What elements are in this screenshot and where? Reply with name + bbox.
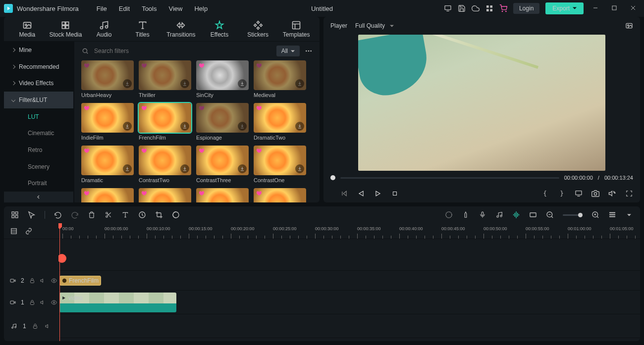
export-button[interactable]: Export (545, 2, 584, 14)
search-input[interactable] (94, 48, 271, 54)
download-icon[interactable] (295, 79, 304, 88)
menu-file[interactable]: File (91, 3, 113, 14)
zoom-out-icon[interactable] (546, 211, 554, 219)
preset-item[interactable]: FrenchFilm (139, 103, 191, 141)
preview-viewport[interactable] (358, 35, 605, 171)
play-backward-icon[interactable] (357, 190, 365, 197)
display-icon[interactable] (575, 190, 583, 197)
split-icon[interactable] (105, 211, 112, 219)
filter-dropdown[interactable]: All (276, 46, 300, 56)
preset-item[interactable] (81, 188, 134, 202)
aspect-icon[interactable] (529, 211, 537, 219)
save-icon[interactable] (458, 4, 466, 12)
delete-icon[interactable] (88, 211, 96, 219)
text-icon[interactable] (121, 211, 129, 219)
layout-icon[interactable] (11, 211, 19, 219)
preset-item[interactable]: ContrastThree (196, 146, 249, 183)
auto-beat-icon[interactable] (512, 211, 520, 219)
sidebar-collapse-button[interactable] (4, 192, 73, 202)
undo-icon[interactable] (54, 211, 62, 219)
track-a1[interactable] (58, 314, 640, 338)
visibility-icon[interactable] (51, 298, 57, 306)
snapshot-area-icon[interactable] (625, 22, 633, 30)
mode-tab-templates[interactable]: Templates (277, 17, 316, 41)
clip-video[interactable]: video (59, 293, 176, 312)
track-head-v2[interactable]: 2 (4, 271, 58, 291)
download-icon[interactable] (123, 79, 132, 88)
preset-item[interactable]: IndieFilm (81, 103, 134, 141)
track-head-v1[interactable]: 1 (4, 291, 58, 314)
redo-icon[interactable] (71, 211, 79, 219)
preset-item[interactable]: ContrastOne (254, 146, 306, 183)
close-icon[interactable] (630, 5, 637, 12)
player-tab[interactable]: Player (330, 22, 347, 29)
mute-icon[interactable] (44, 322, 52, 330)
menu-tools[interactable]: Tools (136, 3, 162, 14)
menu-view[interactable]: View (162, 3, 188, 14)
time-ruler[interactable]: 00:0000:00:05:0000:00:10:0000:00:15:0000… (58, 223, 640, 239)
download-icon[interactable] (238, 122, 247, 131)
playhead[interactable] (59, 223, 60, 341)
preset-item[interactable]: Dramatic (81, 146, 134, 183)
link-icon[interactable] (25, 227, 33, 235)
volume-icon[interactable] (608, 190, 616, 197)
cart-icon[interactable] (499, 4, 507, 12)
device-icon[interactable] (444, 4, 452, 12)
track-v2[interactable]: FrenchFilm (58, 271, 640, 291)
stop-icon[interactable] (391, 190, 399, 197)
timeline-grid-icon[interactable] (10, 227, 18, 235)
fullscreen-icon[interactable] (625, 190, 633, 197)
preset-item[interactable] (139, 188, 191, 202)
play-icon[interactable] (374, 190, 382, 197)
download-icon[interactable] (123, 122, 132, 131)
color-icon[interactable] (172, 211, 180, 219)
mode-tab-media[interactable]: Media (8, 17, 47, 41)
speed-icon[interactable] (138, 211, 146, 219)
sidebar-item-mine[interactable]: Mine (4, 42, 73, 58)
preset-item[interactable]: UrbanHeavy (81, 60, 134, 98)
preset-item[interactable]: SinCity (196, 60, 249, 98)
mode-tab-stock[interactable]: Stock Media (47, 17, 85, 41)
mode-tab-transitions[interactable]: Transitions (162, 17, 201, 41)
audio-mixer-icon[interactable] (495, 211, 503, 219)
cursor-icon[interactable] (28, 211, 36, 219)
lock-icon[interactable] (31, 322, 39, 330)
quality-dropdown[interactable]: Full Quality (355, 22, 394, 29)
mode-tab-stickers[interactable]: Stickers (239, 17, 277, 41)
download-icon[interactable] (180, 79, 189, 88)
download-icon[interactable] (180, 164, 189, 173)
mode-tab-audio[interactable]: Audio (85, 17, 123, 41)
minimize-icon[interactable] (592, 5, 599, 12)
zoom-in-icon[interactable] (591, 211, 599, 219)
mark-out-icon[interactable]: } (558, 190, 566, 197)
marker-icon[interactable] (462, 211, 470, 219)
download-icon[interactable] (123, 164, 132, 173)
preset-item[interactable]: ContrastTwo (139, 146, 191, 183)
download-icon[interactable] (238, 164, 247, 173)
sidebar-sub-retro[interactable]: Retro (4, 142, 73, 158)
mute-icon[interactable] (40, 277, 46, 285)
lock-icon[interactable] (29, 277, 35, 285)
sidebar-sub-portrait[interactable]: Portrait (4, 175, 73, 192)
preset-item[interactable] (254, 188, 306, 202)
render-icon[interactable] (445, 211, 453, 219)
mode-tab-effects[interactable]: Effects (200, 17, 239, 41)
snapshot-icon[interactable] (591, 190, 599, 197)
login-button[interactable]: Login (513, 3, 539, 14)
track-view-icon[interactable] (608, 211, 616, 219)
sidebar-sub-lut[interactable]: LUT (4, 108, 73, 125)
sidebar-item-video-effects[interactable]: Video Effects (4, 75, 73, 92)
track-options-icon[interactable] (625, 211, 633, 219)
prev-frame-icon[interactable] (340, 190, 348, 197)
preset-item[interactable]: Espionage (196, 103, 249, 141)
mode-tab-titles[interactable]: Titles (123, 17, 162, 41)
mute-icon[interactable] (40, 298, 46, 306)
preset-item[interactable]: Thriller (139, 60, 191, 98)
lock-icon[interactable] (29, 298, 35, 306)
sidebar-sub-cinematic[interactable]: Cinematic (4, 125, 73, 142)
download-icon[interactable] (295, 164, 304, 173)
cloud-icon[interactable] (472, 4, 480, 12)
zoom-slider[interactable] (563, 214, 583, 216)
preset-item[interactable] (196, 188, 249, 202)
preset-item[interactable]: Medieval (254, 60, 306, 98)
